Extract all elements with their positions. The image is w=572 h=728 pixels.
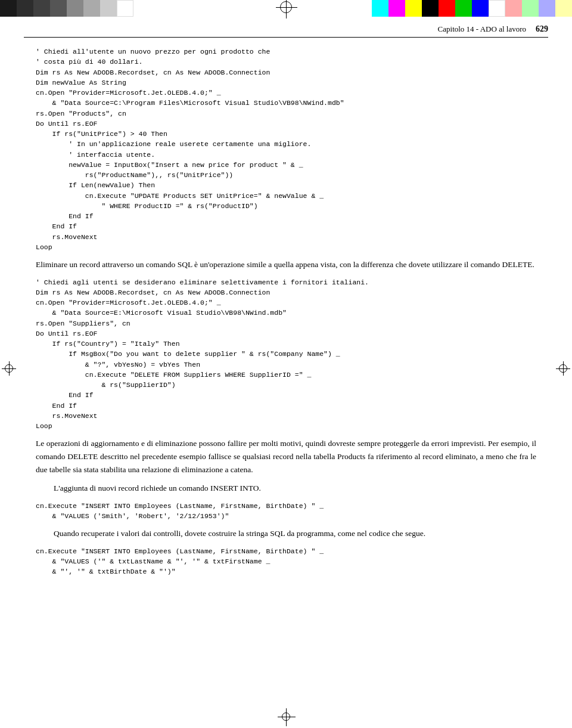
paragraph-3: L'aggiunta di nuovi record richiede un c… (36, 482, 536, 495)
swatch-light-yellow (555, 0, 572, 17)
code-block-3: cn.Execute "INSERT INTO Employees (LastN… (36, 501, 536, 522)
swatch-black2 (17, 0, 33, 17)
swatch-black3 (33, 0, 50, 17)
swatch-black-cmyk (422, 0, 439, 17)
color-bars-container (0, 0, 572, 17)
paragraph-1: Eliminare un record attraverso un comand… (36, 258, 536, 271)
page-number: 629 (536, 24, 548, 34)
paragraph-4: Quando recuperate i valori dai controlli… (36, 527, 536, 540)
swatch-gray4 (100, 0, 117, 17)
swatch-light-green (522, 0, 539, 17)
swatch-light-red (505, 0, 522, 17)
swatch-blue (472, 0, 489, 17)
swatch-gray1 (50, 0, 67, 17)
chapter-title: Capitolo 14 - ADO al lavoro (438, 24, 526, 34)
code-block-4: cn.Execute "INSERT INTO Employees (LastN… (36, 546, 536, 577)
color-bars-left (0, 0, 133, 17)
swatch-white (117, 0, 133, 17)
paragraph-2: Le operazioni di aggiornamento e di elim… (36, 437, 536, 476)
page-container: Capitolo 14 - ADO al lavoro 629 ' Chiedi… (0, 0, 572, 728)
top-reg-mark (280, 1, 292, 13)
content-area: ' Chiedi all'utente un nuovo prezzo per … (36, 42, 536, 698)
swatch-black1 (0, 0, 17, 17)
right-reg-mark (559, 364, 567, 373)
code-block-2: ' Chiedi agli utenti se desiderano elimi… (36, 277, 536, 432)
swatch-red (439, 0, 455, 17)
swatch-gray3 (83, 0, 100, 17)
swatch-gray2 (67, 0, 83, 17)
color-bars-right (372, 0, 572, 17)
swatch-cyan (372, 0, 388, 17)
swatch-yellow (405, 0, 422, 17)
page-header: Capitolo 14 - ADO al lavoro 629 (24, 24, 548, 38)
bottom-reg-mark (282, 712, 290, 721)
left-reg-mark (5, 364, 13, 373)
swatch-green (455, 0, 472, 17)
swatch-light-blue (539, 0, 555, 17)
swatch-white2 (489, 0, 505, 17)
swatch-magenta (388, 0, 405, 17)
code-block-1: ' Chiedi all'utente un nuovo prezzo per … (36, 47, 536, 252)
